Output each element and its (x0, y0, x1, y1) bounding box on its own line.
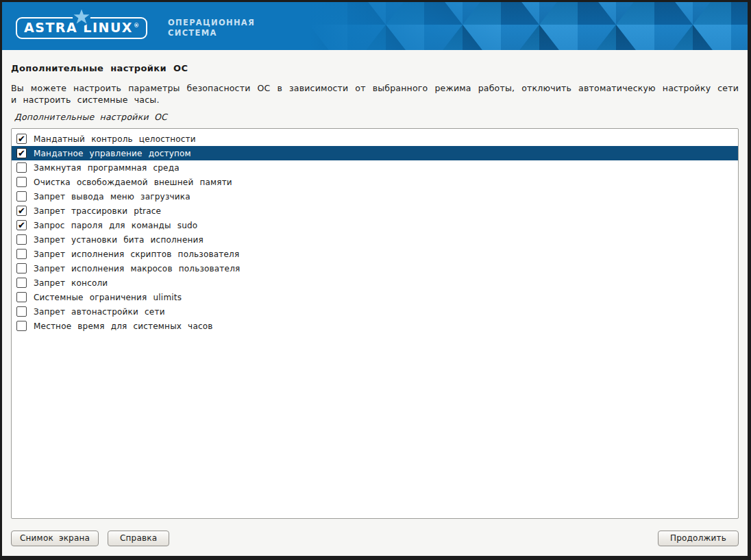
list-item[interactable]: ✔Мандатный контроль целостности (12, 132, 738, 146)
option-label: Запрет трассировки ptrace (34, 206, 161, 216)
screenshot-button[interactable]: Снимок экрана (11, 531, 99, 546)
list-item[interactable]: Местное время для системных часов (12, 319, 738, 333)
option-label: Замкнутая программная среда (34, 163, 180, 173)
checkbox-unchecked[interactable] (16, 162, 27, 173)
option-label: Местное время для системных часов (34, 321, 213, 331)
checkbox-checked[interactable]: ✔ (16, 206, 27, 216)
checkmark-icon: ✔ (18, 206, 25, 215)
checkbox-unchecked[interactable] (16, 292, 27, 302)
list-item[interactable]: Запрет исполнения макросов пользователя (12, 261, 738, 276)
list-item[interactable]: Замкнутая программная среда (12, 160, 738, 175)
page-description: Вы можете настроить параметры безопаснос… (11, 82, 739, 106)
list-item[interactable]: Системные ограничения ulimits (12, 290, 738, 304)
option-label: Очистка освобождаемой внешней памяти (34, 178, 232, 187)
astra-linux-logo: ASTRA LINUX® (16, 17, 147, 39)
option-label: Запрет исполнения макросов пользователя (34, 264, 240, 273)
checkbox-unchecked[interactable] (16, 263, 27, 273)
checkbox-checked[interactable]: ✔ (16, 134, 27, 144)
list-item[interactable]: ✔Запрет трассировки ptrace (12, 204, 738, 218)
registered-mark: ® (134, 23, 139, 29)
list-item[interactable]: Запрет вывода меню загрузчика (12, 189, 738, 204)
option-label: Запрет автонастройки сети (34, 307, 165, 317)
star-icon (73, 8, 90, 26)
installer-window: ASTRA LINUX® ОПЕРАЦИОННАЯ СИСТЕМА Дополн… (0, 0, 751, 560)
footer-toolbar: Снимок экрана Справка Продолжить (11, 531, 739, 546)
list-label: Дополнительные настройки ОС (11, 112, 739, 122)
option-label: Запрет установки бита исполнения (34, 235, 204, 245)
checkbox-unchecked[interactable] (16, 191, 27, 202)
brand-line-2: СИСТЕМА (168, 28, 255, 38)
list-item[interactable]: Запрет установки бита исполнения (12, 232, 738, 247)
brand-line-1: ОПЕРАЦИОННАЯ (168, 18, 255, 28)
option-label: Запрет консоли (34, 278, 108, 288)
checkbox-unchecked[interactable] (16, 234, 27, 245)
header-geometric-pattern (309, 2, 748, 50)
list-item[interactable]: ✔Запрос пароля для команды sudo (12, 218, 738, 232)
checkbox-checked[interactable]: ✔ (16, 220, 27, 230)
checkbox-unchecked[interactable] (16, 321, 27, 331)
list-item[interactable]: Запрет консоли (12, 276, 738, 290)
main-content: Дополнительные настройки ОС Вы можете на… (2, 50, 748, 556)
header-banner: ASTRA LINUX® ОПЕРАЦИОННАЯ СИСТЕМА (2, 2, 748, 50)
checkbox-unchecked[interactable] (16, 177, 27, 187)
checkbox-unchecked[interactable] (16, 306, 27, 317)
list-item[interactable]: Очистка освобождаемой внешней памяти (12, 175, 738, 189)
option-label: Запрос пароля для команды sudo (34, 221, 197, 230)
brand-caption: ОПЕРАЦИОННАЯ СИСТЕМА (168, 18, 255, 38)
option-label: Мандатный контроль целостности (34, 134, 196, 144)
option-label: Запрет вывода меню загрузчика (34, 192, 190, 202)
checkmark-icon: ✔ (18, 221, 25, 230)
page-title: Дополнительные настройки ОС (11, 63, 739, 73)
list-item[interactable]: Запрет автонастройки сети (12, 304, 738, 319)
continue-button[interactable]: Продолжить (658, 531, 739, 546)
checkmark-icon: ✔ (18, 134, 25, 143)
help-button[interactable]: Справка (108, 531, 169, 546)
option-label: Мандатное управление доступом (34, 149, 191, 158)
option-label: Запрет исполнения скриптов пользователя (34, 249, 239, 259)
checkbox-unchecked[interactable] (16, 278, 27, 288)
list-item[interactable]: Запрет исполнения скриптов пользователя (12, 247, 738, 261)
checkbox-checked[interactable]: ✔ (16, 148, 27, 158)
checkmark-icon: ✔ (18, 149, 25, 158)
list-item[interactable]: ✔Мандатное управление доступом (12, 146, 738, 160)
options-list[interactable]: ✔Мандатный контроль целостности✔Мандатно… (11, 128, 739, 519)
option-label: Системные ограничения ulimits (34, 293, 182, 302)
checkbox-unchecked[interactable] (16, 249, 27, 259)
